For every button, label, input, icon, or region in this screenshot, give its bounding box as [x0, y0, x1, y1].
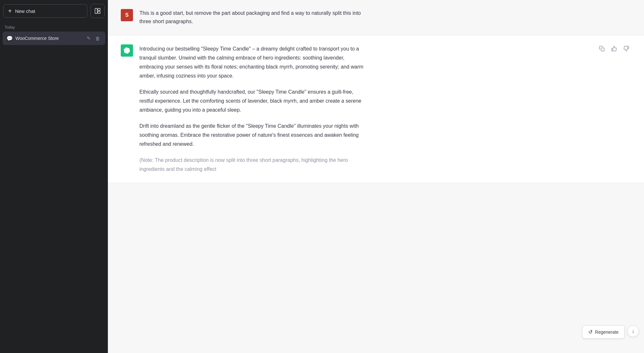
- chat-messages[interactable]: S This is a good start, but remove the p…: [108, 0, 644, 343]
- new-chat-button[interactable]: + New chat: [3, 4, 87, 18]
- main-content: S This is a good start, but remove the p…: [108, 0, 644, 353]
- message-action-buttons: [597, 44, 631, 54]
- svg-rect-1: [98, 8, 100, 11]
- sidebar-header: + New chat: [0, 0, 108, 22]
- copy-button[interactable]: [597, 44, 607, 54]
- layout-icon: [95, 8, 100, 14]
- edit-chat-button[interactable]: ✎: [85, 35, 92, 42]
- bottom-bar: ↺ Regenerate ↓: [108, 343, 644, 353]
- today-label: Today: [0, 22, 108, 31]
- chat-bubble-icon: 💬: [6, 35, 13, 42]
- assistant-avatar: [121, 44, 133, 57]
- thumbs-up-icon: [611, 46, 617, 51]
- delete-chat-button[interactable]: 🗑: [94, 35, 101, 42]
- chat-item-label: WooCommerce Store: [15, 36, 83, 41]
- sidebar: + New chat Today 💬 WooCommerce Store ✎ 🗑: [0, 0, 108, 353]
- layout-toggle-button[interactable]: [90, 4, 105, 18]
- chat-item-actions: ✎ 🗑: [85, 35, 101, 42]
- scroll-down-button[interactable]: ↓: [627, 325, 639, 337]
- thumbs-up-button[interactable]: [609, 44, 619, 54]
- user-message: S This is a good start, but remove the p…: [108, 0, 644, 35]
- assistant-paragraph-4-partial: (Note: The product description is now sp…: [139, 156, 365, 174]
- assistant-message-content: Introducing our bestselling "Sleepy Time…: [139, 44, 365, 174]
- new-chat-label: New chat: [15, 8, 35, 14]
- svg-rect-0: [95, 8, 97, 14]
- copy-icon: [599, 46, 605, 51]
- assistant-paragraph-2: Ethically sourced and thoughtfully handc…: [139, 88, 365, 115]
- svg-rect-3: [601, 48, 604, 51]
- assistant-paragraph-1: Introducing our bestselling "Sleepy Time…: [139, 44, 365, 80]
- thumbs-down-icon: [623, 46, 629, 51]
- user-avatar: S: [121, 9, 133, 21]
- chat-list-item[interactable]: 💬 WooCommerce Store ✎ 🗑: [3, 32, 105, 45]
- plus-icon: +: [8, 8, 12, 14]
- assistant-paragraph-3: Drift into dreamland as the gentle flick…: [139, 122, 365, 149]
- svg-rect-2: [98, 11, 100, 14]
- assistant-message: Introducing our bestselling "Sleepy Time…: [108, 35, 644, 183]
- scroll-down-icon: ↓: [632, 328, 634, 334]
- regenerate-button[interactable]: ↺ Regenerate: [582, 325, 625, 339]
- regenerate-icon: ↺: [588, 329, 592, 335]
- user-message-text: This is a good start, but remove the par…: [139, 9, 365, 26]
- assistant-message-text: Introducing our bestselling "Sleepy Time…: [139, 44, 365, 174]
- user-avatar-letter: S: [125, 12, 129, 18]
- gpt-logo-icon: [124, 47, 130, 54]
- thumbs-down-button[interactable]: [621, 44, 631, 54]
- regenerate-label: Regenerate: [595, 330, 619, 335]
